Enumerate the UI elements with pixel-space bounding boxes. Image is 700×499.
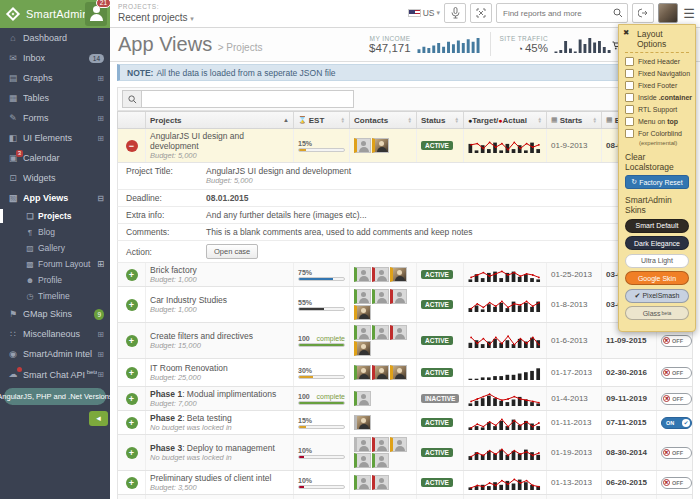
voice-command-button[interactable]	[444, 3, 466, 23]
column-header-contacts[interactable]: Contacts▲▼	[350, 112, 417, 128]
fullscreen-button[interactable]	[470, 3, 492, 23]
checkbox-for-colorblind[interactable]	[625, 129, 634, 138]
versions-button[interactable]: AngularJS, PHP and .Net Versions	[4, 388, 106, 405]
checkbox-label: For Colorblind	[638, 130, 682, 137]
sidebar-subitem-blog[interactable]: ¶Blog	[0, 224, 110, 240]
expand-row-icon[interactable]: +	[126, 367, 138, 379]
contact-avatar[interactable]	[390, 437, 407, 452]
checkbox-menu-on-top[interactable]	[625, 117, 634, 126]
contact-photo[interactable]	[390, 267, 407, 282]
contact-photo[interactable]	[354, 365, 371, 380]
checkbox-inside-container[interactable]	[625, 93, 634, 102]
contact-avatar[interactable]	[354, 289, 371, 304]
checkbox-fixed-footer[interactable]	[625, 81, 634, 90]
sidebar-collapse-button[interactable]: ◂	[89, 411, 108, 426]
sidebar-item-smartadmin-intel[interactable]: ◉SmartAdmin Intel⊞	[0, 344, 110, 364]
expand-row-icon[interactable]: +	[126, 393, 138, 405]
toggle-off[interactable]: ✖OFF	[661, 477, 692, 489]
sidebar-item-tables[interactable]: ▦Tables⊞	[0, 88, 110, 108]
contact-avatar[interactable]	[372, 453, 389, 468]
sidebar-subitem-forum-layout[interactable]: ▩Forum Layout⊞	[0, 256, 110, 272]
sidebar-item-graphs[interactable]: ▤Graphs⊞	[0, 68, 110, 88]
expand-row-icon[interactable]: +	[126, 335, 138, 347]
close-icon[interactable]: ✖	[623, 28, 629, 37]
toggle-on[interactable]: ON✔	[661, 417, 692, 429]
open-case-button[interactable]: Open case	[206, 244, 258, 259]
toggle-cell: ON✔	[657, 411, 696, 434]
sidebar-item-smart-chat-api[interactable]: ☁Smart Chat API beta⊞	[0, 364, 110, 384]
skin-button-google-skin[interactable]: Google Skin	[625, 271, 689, 285]
contact-avatar[interactable]	[354, 475, 371, 490]
contact-photo[interactable]	[372, 138, 389, 153]
toggle-off[interactable]: ✖OFF	[661, 393, 692, 405]
sidebar-item-calendar[interactable]: ▣3Calendar	[0, 148, 110, 168]
contact-avatar[interactable]	[390, 325, 407, 340]
factory-reset-button[interactable]: ↻ Factory Reset	[625, 175, 689, 189]
contact-avatar[interactable]	[354, 453, 371, 468]
skin-button-glass[interactable]: Glassbeta	[625, 306, 689, 320]
toggle-off[interactable]: ✖OFF	[661, 367, 692, 379]
sidebar-item-inbox[interactable]: ✉Inbox14	[0, 48, 110, 68]
skin-button-dark-elegance[interactable]: Dark Elegance	[625, 236, 689, 250]
est-cell: 30%	[294, 359, 350, 386]
toggle-off[interactable]: ✖OFF	[661, 447, 692, 459]
checkbox-fixed-header[interactable]	[625, 57, 634, 66]
skin-button-ultra-light[interactable]: Ultra Light	[625, 254, 689, 268]
expander-cell: +	[118, 495, 146, 499]
sidebar-item-forms[interactable]: ✎Forms⊞	[0, 108, 110, 128]
logout-button[interactable]	[632, 3, 654, 23]
status-cell: ACTIVE	[417, 411, 464, 434]
sidebar-subitem-timeline[interactable]: ◷Timeline	[0, 288, 110, 304]
column-header-status[interactable]: Status▲▼	[417, 112, 464, 128]
expand-row-icon[interactable]: +	[126, 477, 138, 489]
global-search-input[interactable]	[501, 8, 613, 19]
contact-avatar[interactable]	[372, 325, 389, 340]
contact-avatar[interactable]	[354, 391, 371, 406]
checkbox-fixed-navigation[interactable]	[625, 69, 634, 78]
expand-row-icon[interactable]: +	[126, 417, 138, 429]
contact-avatar[interactable]	[354, 325, 371, 340]
user-avatar[interactable]	[658, 3, 678, 23]
toggle-off[interactable]: ✖OFF	[661, 335, 692, 347]
contact-photo[interactable]	[354, 415, 371, 430]
sidebar-item-miscellaneous[interactable]: ∷Miscellaneous⊞	[0, 324, 110, 344]
contact-photo[interactable]	[390, 365, 407, 380]
contact-avatar[interactable]	[372, 267, 389, 282]
menu-toggle[interactable]: ☰	[682, 6, 696, 21]
contact-avatar[interactable]	[354, 437, 371, 452]
column-header-est[interactable]: ⌛EST▲▼	[294, 112, 350, 128]
sidebar-item-gmap-skins[interactable]: ⚑GMap Skins9	[0, 304, 110, 324]
contact-avatar[interactable]	[372, 437, 389, 452]
target-actual-sparkline	[468, 391, 542, 406]
sidebar-subitem-profile[interactable]: ☻Profile	[0, 272, 110, 288]
contact-avatar[interactable]	[372, 289, 389, 304]
contact-photo[interactable]	[354, 341, 371, 356]
column-header-projects[interactable]: Projects▲	[146, 112, 294, 128]
column-header-starts[interactable]: ▦Starts▲▼	[547, 112, 602, 128]
contact-avatar[interactable]	[390, 289, 407, 304]
collapse-row-icon[interactable]: −	[126, 140, 138, 152]
language-selector[interactable]: US ▾	[408, 8, 440, 18]
expand-row-icon[interactable]: +	[126, 269, 138, 281]
sidebar-subitem-gallery[interactable]: ▨Gallery	[0, 240, 110, 256]
sidebar-item-ui-elements[interactable]: ◧UI Elements⊞	[0, 128, 110, 148]
column-header-target_actual[interactable]: ● Target/ ● Actual▲▼	[464, 112, 547, 128]
sidebar-subitem-projects[interactable]: ❏Projects	[0, 208, 110, 224]
activity-button[interactable]: 21	[85, 2, 107, 26]
sidebar-item-app-views[interactable]: ▧App Views⊟	[0, 188, 110, 208]
contact-avatar[interactable]	[354, 267, 371, 282]
skin-button-smart-default[interactable]: Smart Default	[625, 219, 689, 233]
expand-row-icon[interactable]: +	[126, 299, 138, 311]
table-search-input[interactable]	[142, 90, 354, 108]
checkbox-rtl-support[interactable]	[625, 105, 634, 114]
expand-row-icon[interactable]: +	[126, 447, 138, 459]
contact-avatar[interactable]	[372, 475, 389, 490]
contact-photo[interactable]	[372, 365, 389, 380]
note-alert: NOTE: All the data is loaded from a sepe…	[117, 64, 693, 81]
skin-button-pixelsmash[interactable]: ✔PixelSmash	[625, 289, 689, 303]
contact-avatar[interactable]	[354, 138, 371, 153]
contact-photo[interactable]	[354, 305, 371, 320]
recent-projects-dropdown[interactable]: Recent projects ▾	[118, 12, 194, 23]
sidebar-item-dashboard[interactable]: ⌂Dashboard	[0, 28, 110, 48]
sidebar-item-widgets[interactable]: ⊡Widgets	[0, 168, 110, 188]
